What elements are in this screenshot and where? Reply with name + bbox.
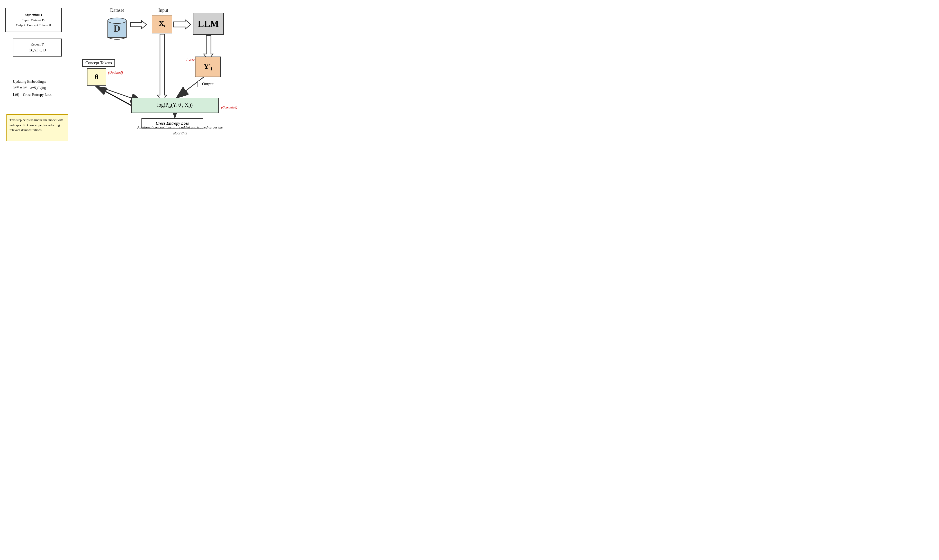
algorithm-box: Algorithm 1 Input: Dataset D Output: Con… <box>5 8 62 32</box>
repeat-line1: Repeat ∀ <box>29 42 46 47</box>
note-box: This step helps us imbue the model with … <box>6 114 68 142</box>
llm-box: LLM <box>193 13 224 35</box>
concept-tokens-label: Concept Tokens <box>82 59 115 67</box>
log-box: log(PM(Yi|θ , Xi)) <box>131 98 219 113</box>
updating-line1: θ(i+1) = θ(i) − α*∇θ(L(θ)) <box>13 85 51 91</box>
llm-label: LLM <box>198 18 219 29</box>
repeat-box: Repeat ∀ (Xi,Yi) ∈ D <box>13 38 62 57</box>
additional-note: Additional concept tokens are added and … <box>131 125 229 136</box>
output-label: Output <box>197 81 218 87</box>
svg-marker-3 <box>173 20 191 29</box>
svg-marker-5 <box>157 34 167 102</box>
updating-title: Updating Embeddings: <box>13 78 51 85</box>
yi-label: Y'i <box>204 62 212 72</box>
algo-title: Algorithm 1 <box>16 12 51 18</box>
cylinder-svg: D <box>104 14 130 40</box>
svg-line-7 <box>177 77 204 97</box>
svg-marker-2 <box>130 20 146 29</box>
computed-label: (Computed) <box>221 105 237 109</box>
updating-embeddings: Updating Embeddings: θ(i+1) = θ(i) − α*∇… <box>13 78 51 98</box>
dataset-label: Dataset <box>107 8 127 13</box>
cylinder: D <box>104 14 130 40</box>
repeat-line2: (Xi,Yi) ∈ D <box>29 48 46 54</box>
add-note-text: Additional concept tokens are added and … <box>137 125 223 135</box>
xi-label: Xi <box>159 20 165 28</box>
updated-label: (Updated) <box>108 71 123 75</box>
diagram-container: Algorithm 1 Input: Dataset D Output: Con… <box>5 5 242 144</box>
algo-output: Output: Concept Tokens θ <box>16 23 51 28</box>
yi-box: Y'i <box>195 57 220 77</box>
theta-box: θ <box>87 68 106 86</box>
theta-label: θ <box>95 73 99 81</box>
updating-line2: L(θ) = Cross Entropy Loss <box>13 91 51 98</box>
svg-point-10 <box>108 18 126 24</box>
note-text: This step helps us imbue the model with … <box>9 118 63 132</box>
svg-text:D: D <box>114 23 120 34</box>
algo-input: Input: Dataset D <box>16 18 51 23</box>
input-label: Input <box>153 8 174 13</box>
xi-box: Xi <box>152 15 172 34</box>
log-formula: log(PM(Yi|θ , Xi)) <box>157 102 193 109</box>
